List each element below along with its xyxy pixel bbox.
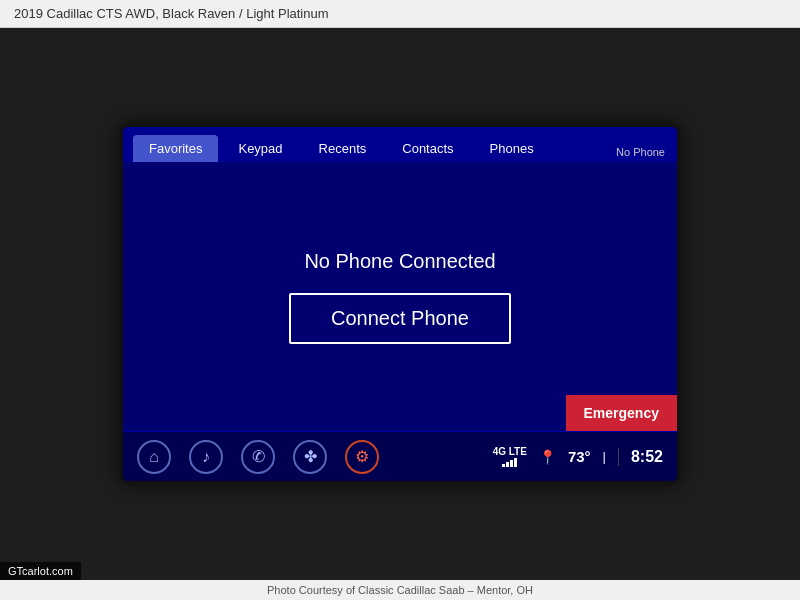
bar2: [506, 462, 509, 467]
infotainment-screen: Favorites Keypad Recents Contacts Phones…: [120, 124, 680, 484]
tabs-row: Favorites Keypad Recents Contacts Phones…: [123, 127, 677, 162]
car-title: 2019 Cadillac CTS AWD, Black Raven / Lig…: [14, 6, 329, 21]
emergency-button[interactable]: Emergency: [566, 395, 677, 431]
nav-icons-group: ⌂ ♪ ✆ ✤ ⚙: [137, 440, 379, 474]
tab-phones[interactable]: Phones: [474, 135, 550, 162]
divider: |: [603, 449, 606, 464]
phone-icon[interactable]: ✆: [241, 440, 275, 474]
tab-contacts[interactable]: Contacts: [386, 135, 469, 162]
status-bar: ⌂ ♪ ✆ ✤ ⚙ 4G LTE: [123, 431, 677, 481]
no-phone-indicator: No Phone: [616, 146, 665, 158]
tab-recents[interactable]: Recents: [303, 135, 383, 162]
time-display: 8:52: [618, 448, 663, 466]
top-bar: 2019 Cadillac CTS AWD, Black Raven / Lig…: [0, 0, 800, 28]
status-right: 4G LTE 📍 73° | 8:52: [493, 446, 663, 467]
settings-icon[interactable]: ⚙: [345, 440, 379, 474]
page-wrapper: 2019 Cadillac CTS AWD, Black Raven / Lig…: [0, 0, 800, 600]
signal-bars: [502, 457, 517, 467]
photo-credit: Photo Courtesy of Classic Cadillac Saab …: [0, 580, 800, 600]
temperature-display: 73°: [568, 448, 591, 465]
lte-label: 4G LTE: [493, 446, 527, 457]
apps-icon[interactable]: ✤: [293, 440, 327, 474]
tab-favorites[interactable]: Favorites: [133, 135, 218, 162]
watermark: GTcarlot.com: [0, 562, 81, 580]
bar3: [510, 460, 513, 467]
bar1: [502, 464, 505, 467]
tab-keypad[interactable]: Keypad: [222, 135, 298, 162]
location-icon: 📍: [539, 449, 556, 465]
connect-phone-button[interactable]: Connect Phone: [289, 293, 511, 344]
music-icon[interactable]: ♪: [189, 440, 223, 474]
home-icon[interactable]: ⌂: [137, 440, 171, 474]
content-area: No Phone Connected Connect Phone Emergen…: [123, 162, 677, 431]
lte-block: 4G LTE: [493, 446, 527, 467]
no-phone-message: No Phone Connected: [304, 250, 495, 273]
bar4: [514, 458, 517, 467]
photo-frame: Favorites Keypad Recents Contacts Phones…: [0, 28, 800, 580]
